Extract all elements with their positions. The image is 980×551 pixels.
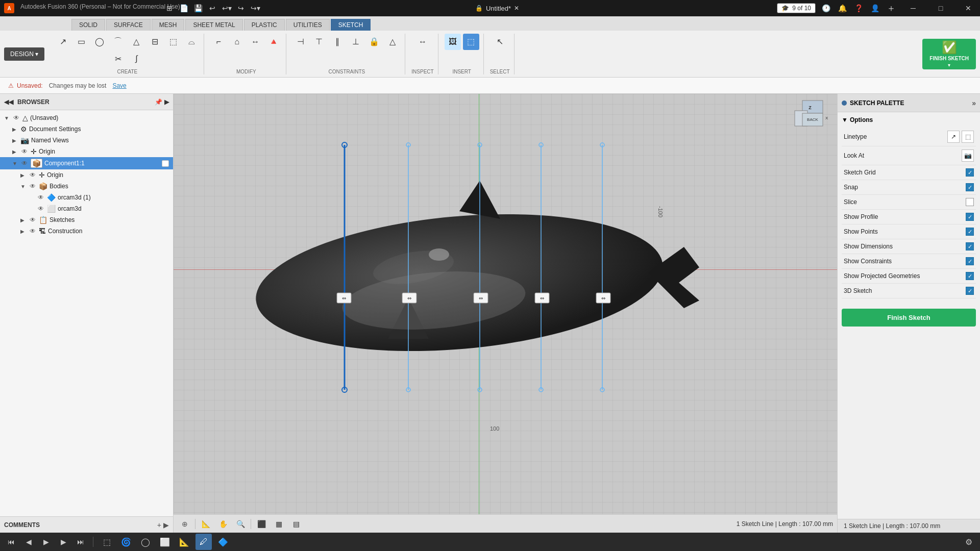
linetype-icon-2[interactable]: ⬚: [962, 131, 974, 143]
design-dropdown[interactable]: DESIGN ▾: [4, 47, 44, 61]
break-tool[interactable]: 🔺: [265, 34, 282, 50]
tab-sketch[interactable]: SKETCH: [331, 19, 371, 31]
comments-add[interactable]: +: [157, 521, 161, 529]
tab-plastic[interactable]: PLASTIC: [244, 19, 285, 31]
pb-play[interactable]: ▶: [39, 535, 53, 549]
3d-sketch-checkbox[interactable]: ✓: [966, 287, 974, 295]
circle-tool[interactable]: ◯: [91, 34, 108, 50]
snap-checkbox[interactable]: ✓: [966, 183, 974, 191]
snap-bottom-tool[interactable]: 📐: [199, 517, 213, 531]
cursor-tool[interactable]: ⊕: [178, 517, 192, 531]
undo-btn[interactable]: ↩: [206, 2, 218, 14]
tree-item-origin-2[interactable]: ▶ 👁 ✛ Origin: [0, 169, 173, 181]
browser-collapse[interactable]: ▶: [164, 98, 169, 106]
close-btn[interactable]: ✕: [957, 0, 980, 16]
tree-item-named-views[interactable]: ▶ 📷 Named Views: [0, 135, 173, 146]
redo-btn[interactable]: ↪: [235, 2, 247, 14]
display-tool[interactable]: ▤: [289, 517, 303, 531]
parallel-constraint[interactable]: ∥: [329, 34, 346, 50]
vertical-constraint[interactable]: ⊤: [311, 34, 327, 50]
tree-item-orcam3d[interactable]: 👁 ⬜ orcam3d: [0, 203, 173, 214]
pb-tool-body[interactable]: ⬜: [157, 534, 173, 550]
minimize-btn[interactable]: ─: [901, 0, 925, 16]
show-points-checkbox[interactable]: ✓: [966, 228, 974, 236]
zoom-tool[interactable]: 🔍: [233, 517, 248, 531]
linetype-icon-1[interactable]: ↗: [947, 131, 960, 143]
tree-item-component[interactable]: ▼ 👁 📦 Component1:1 ●: [0, 157, 173, 169]
arc2-tool[interactable]: ⌓: [183, 34, 200, 50]
eye-icon-3[interactable]: 👁: [21, 148, 28, 155]
slice-checkbox[interactable]: [966, 198, 974, 206]
save-link[interactable]: Save: [112, 82, 126, 89]
select-tool[interactable]: ↖: [492, 34, 508, 50]
show-dimensions-checkbox[interactable]: ✓: [966, 242, 974, 251]
insert-image-tool[interactable]: 🖼: [445, 34, 461, 50]
tab-surface[interactable]: SURFACE: [106, 19, 151, 31]
palette-expand[interactable]: »: [972, 99, 976, 107]
tree-item-unsaved[interactable]: ▼ 👁 △ (Unsaved): [0, 112, 173, 123]
bell-btn[interactable]: 🔔: [836, 2, 848, 14]
look-at-button[interactable]: 📷: [962, 149, 974, 162]
pb-first[interactable]: ⏮: [4, 535, 18, 549]
curve-tool[interactable]: ∫: [128, 51, 144, 67]
perpendicular-constraint[interactable]: ⊥: [348, 34, 364, 50]
insert-dxf-tool[interactable]: ⬚: [463, 34, 479, 50]
canvas-area[interactable]: ⇔ ⇔ ⇔ ⇔ ⇔ -100 100 Z BACK X: [174, 94, 837, 533]
eye-icon-9[interactable]: 👁: [30, 216, 36, 223]
undo-arrow-btn[interactable]: ↩▾: [220, 2, 233, 14]
scissors-tool[interactable]: ✂: [110, 51, 126, 67]
eye-icon-6[interactable]: 👁: [30, 183, 36, 190]
viewport-cube[interactable]: Z BACK X: [792, 98, 833, 139]
pb-tool-component[interactable]: 📐: [176, 534, 192, 550]
triangle-tool[interactable]: △: [128, 34, 144, 50]
options-header[interactable]: ▼ Options: [842, 116, 976, 123]
tree-item-origin[interactable]: ▶ 👁 ✛ Origin: [0, 146, 173, 157]
browser-pin[interactable]: 📌: [155, 98, 162, 106]
pb-prev[interactable]: ◀: [21, 535, 36, 549]
eye-icon-10[interactable]: 👁: [30, 228, 36, 235]
pb-tool-select[interactable]: ⬚: [99, 534, 115, 550]
fillet-tool[interactable]: ⌐: [210, 34, 227, 50]
pan-tool[interactable]: ✋: [216, 517, 230, 531]
tree-item-bodies[interactable]: ▼ 👁 📦 Bodies: [0, 181, 173, 192]
clock-btn[interactable]: 🕐: [820, 2, 832, 14]
tab-utilities[interactable]: UTILITIES: [286, 19, 330, 31]
rectangle-tool[interactable]: ▭: [73, 34, 89, 50]
grid-tool[interactable]: ▦: [272, 517, 286, 531]
comments-collapse[interactable]: ▶: [163, 521, 169, 529]
tree-item-construction[interactable]: ▶ 👁 🏗 Construction: [0, 226, 173, 237]
pb-tool-orbit[interactable]: 🌀: [118, 534, 134, 550]
eye-icon-5[interactable]: 👁: [30, 171, 36, 179]
tab-sheet-metal[interactable]: SHEET METAL: [185, 19, 242, 31]
maximize-btn[interactable]: □: [929, 0, 952, 16]
lock-constraint[interactable]: 🔒: [366, 34, 382, 50]
trim-tool[interactable]: ⌂: [229, 34, 245, 50]
line-tool[interactable]: ↗: [55, 34, 71, 50]
eye-icon-8[interactable]: 👁: [38, 205, 44, 212]
slot-tool[interactable]: ⊟: [146, 34, 163, 50]
eye-icon-0[interactable]: 👁: [13, 114, 19, 121]
pb-tool-active[interactable]: 🖊: [195, 534, 212, 550]
help-btn[interactable]: ❓: [852, 2, 865, 14]
tab-mesh[interactable]: MESH: [152, 19, 185, 31]
user-btn[interactable]: 👤: [869, 2, 881, 14]
arc-tool[interactable]: ⌒: [110, 34, 126, 50]
pb-tool-sketch[interactable]: ◯: [137, 534, 154, 550]
frame-tool[interactable]: ⬚: [165, 34, 181, 50]
tree-item-doc-settings[interactable]: ▶ ⚙ Document Settings: [0, 123, 173, 135]
tab-solid[interactable]: SOLID: [71, 19, 105, 31]
finish-sketch-palette-button[interactable]: Finish Sketch: [842, 309, 976, 327]
horizontal-constraint[interactable]: ⊣: [292, 34, 309, 50]
sketch-grid-checkbox[interactable]: ✓: [966, 168, 974, 177]
show-projected-checkbox[interactable]: ✓: [966, 272, 974, 280]
settings-btn[interactable]: ⚙: [962, 535, 976, 549]
pb-tool-palette[interactable]: 🔷: [215, 534, 231, 550]
eye-icon-4[interactable]: 👁: [21, 160, 28, 167]
pb-last[interactable]: ⏭: [74, 535, 88, 549]
view-cube-tool[interactable]: ⬛: [254, 517, 268, 531]
tree-item-sketches[interactable]: ▶ 👁 📋 Sketches: [0, 214, 173, 226]
show-profile-checkbox[interactable]: ✓: [966, 213, 974, 221]
tree-item-orcam3d1[interactable]: 👁 🔷 orcam3d (1): [0, 192, 173, 203]
dimension-tool[interactable]: △: [384, 34, 401, 50]
extend-tool[interactable]: ↔: [247, 34, 263, 50]
